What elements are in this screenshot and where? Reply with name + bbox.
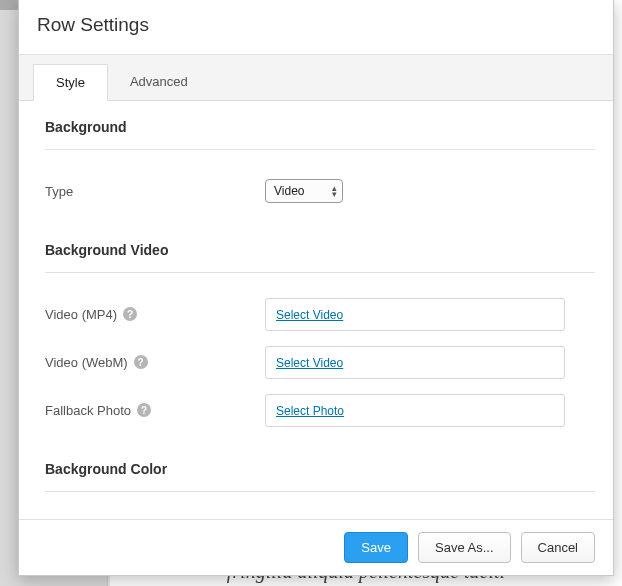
field-fallback-photo: Fallback Photo ? Select Photo bbox=[45, 389, 595, 431]
select-video-webm-link[interactable]: Select Video bbox=[276, 356, 343, 370]
cancel-button[interactable]: Cancel bbox=[521, 532, 595, 563]
divider bbox=[45, 491, 595, 492]
section-bg-color-title: Background Color bbox=[45, 461, 595, 477]
modal-body[interactable]: Background Type Video ▴▾ Background Vide… bbox=[19, 101, 613, 519]
select-fallback-photo-link[interactable]: Select Photo bbox=[276, 404, 344, 418]
video-webm-label: Video (WebM) ? bbox=[45, 355, 265, 370]
modal-title: Row Settings bbox=[19, 0, 613, 55]
modal-footer: Save Save As... Cancel bbox=[19, 519, 613, 575]
tab-advanced[interactable]: Advanced bbox=[108, 64, 210, 101]
video-mp4-field: Select Video bbox=[265, 298, 565, 331]
divider bbox=[45, 149, 595, 150]
help-icon[interactable]: ? bbox=[123, 307, 137, 321]
help-icon[interactable]: ? bbox=[134, 355, 148, 369]
tab-style[interactable]: Style bbox=[33, 64, 108, 101]
save-button[interactable]: Save bbox=[344, 532, 408, 563]
field-color: Color bbox=[45, 512, 595, 519]
type-label: Type bbox=[45, 184, 265, 199]
save-as-button[interactable]: Save As... bbox=[418, 532, 511, 563]
field-type: Type Video ▴▾ bbox=[45, 170, 595, 212]
section-background-title: Background bbox=[45, 119, 595, 135]
tab-bar: Style Advanced bbox=[19, 55, 613, 101]
field-video-mp4: Video (MP4) ? Select Video bbox=[45, 293, 595, 335]
video-mp4-label: Video (MP4) ? bbox=[45, 307, 265, 322]
select-video-mp4-link[interactable]: Select Video bbox=[276, 308, 343, 322]
section-bg-video-title: Background Video bbox=[45, 242, 595, 258]
row-settings-modal: Row Settings Style Advanced Background T… bbox=[18, 0, 614, 576]
fallback-photo-field: Select Photo bbox=[265, 394, 565, 427]
video-webm-field: Select Video bbox=[265, 346, 565, 379]
field-video-webm: Video (WebM) ? Select Video bbox=[45, 341, 595, 383]
fallback-photo-label: Fallback Photo ? bbox=[45, 403, 265, 418]
type-select[interactable]: Video bbox=[265, 179, 343, 203]
help-icon[interactable]: ? bbox=[137, 403, 151, 417]
divider bbox=[45, 272, 595, 273]
